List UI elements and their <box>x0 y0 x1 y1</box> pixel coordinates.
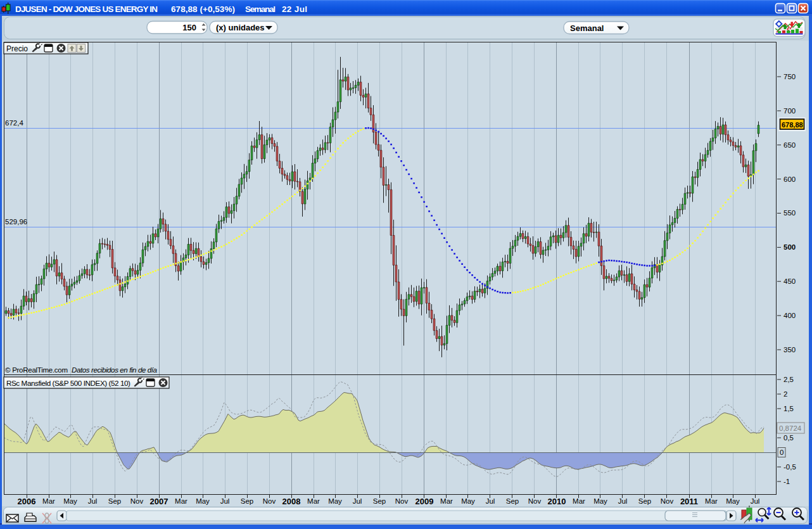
svg-text:2011: 2011 <box>680 497 698 506</box>
svg-text:Mar: Mar <box>573 497 585 505</box>
svg-text:0,5: 0,5 <box>783 434 794 442</box>
svg-text:Mar: Mar <box>440 497 453 505</box>
svg-text:550: 550 <box>783 209 796 217</box>
svg-text:May: May <box>196 497 210 505</box>
svg-text:672,4: 672,4 <box>5 119 23 127</box>
svg-text:2009: 2009 <box>416 497 434 506</box>
svg-text:DJUSEN - DOW JONES US ENERGY I: DJUSEN - DOW JONES US ENERGY IN <box>15 4 158 14</box>
svg-text:750: 750 <box>783 73 796 80</box>
svg-text:Jul: Jul <box>220 497 230 505</box>
svg-text:529,96: 529,96 <box>5 218 27 226</box>
svg-text:May: May <box>726 497 740 505</box>
svg-text:RSc Mansfield (S&P 500 INDEX): RSc Mansfield (S&P 500 INDEX) (52 10) <box>6 379 130 387</box>
svg-text:Sep: Sep <box>108 497 121 505</box>
svg-text:Jul: Jul <box>88 497 98 505</box>
svg-text:678,88 (+0,53%): 678,88 (+0,53%) <box>171 4 235 14</box>
svg-text:(x) unidades: (x) unidades <box>216 23 265 32</box>
svg-text:Sep: Sep <box>241 497 253 505</box>
svg-text:Jul: Jul <box>353 497 362 505</box>
svg-text:-1: -1 <box>783 478 790 485</box>
svg-text:May: May <box>461 497 475 505</box>
svg-text:650: 650 <box>783 141 796 149</box>
svg-text:Nov: Nov <box>528 497 542 505</box>
svg-text:2007: 2007 <box>150 497 168 506</box>
svg-text:678,88: 678,88 <box>782 121 803 129</box>
svg-text:Mar: Mar <box>307 497 320 505</box>
svg-text:500: 500 <box>783 243 796 251</box>
svg-text:600: 600 <box>783 175 796 183</box>
svg-text:Nov: Nov <box>263 497 276 505</box>
svg-text:Sep: Sep <box>638 497 651 505</box>
svg-text:© ProRealTime.com: © ProRealTime.com <box>5 366 68 374</box>
svg-text:1,5: 1,5 <box>783 405 794 412</box>
svg-text:2010: 2010 <box>548 497 566 506</box>
svg-text:2006: 2006 <box>18 497 36 506</box>
svg-text:2,5: 2,5 <box>783 376 794 383</box>
svg-text:Semanal: Semanal <box>570 23 604 33</box>
svg-text:150: 150 <box>182 23 196 32</box>
svg-text:Jul: Jul <box>751 497 760 505</box>
svg-text:0: 0 <box>780 449 783 456</box>
svg-text:2: 2 <box>783 390 787 398</box>
svg-text:Mar: Mar <box>42 497 55 505</box>
svg-text:May: May <box>328 497 342 505</box>
svg-text:Jul: Jul <box>486 497 495 505</box>
svg-text:Sep: Sep <box>373 497 386 505</box>
svg-text:350: 350 <box>783 346 796 354</box>
svg-text:450: 450 <box>783 277 796 285</box>
svg-text:0,8724: 0,8724 <box>779 424 802 432</box>
svg-text:700: 700 <box>783 107 796 115</box>
svg-text:Sep: Sep <box>506 497 519 505</box>
svg-text:400: 400 <box>783 312 796 319</box>
svg-text:Nov: Nov <box>130 497 144 505</box>
svg-text:Nov: Nov <box>661 497 674 505</box>
svg-text:May: May <box>63 497 77 505</box>
svg-text:Precio: Precio <box>6 44 28 53</box>
svg-text:Mar: Mar <box>175 497 187 505</box>
svg-text:Nov: Nov <box>395 497 409 505</box>
svg-text:Jul: Jul <box>618 497 628 505</box>
svg-text:May: May <box>593 497 607 505</box>
svg-text:22 Jul: 22 Jul <box>282 4 307 14</box>
svg-text:Mar: Mar <box>705 497 718 505</box>
svg-text:Datos recibidos en fin de día: Datos recibidos en fin de día <box>72 366 157 374</box>
svg-text:Semanal: Semanal <box>245 4 276 14</box>
svg-text:-0,5: -0,5 <box>783 463 796 471</box>
svg-text:2008: 2008 <box>282 497 301 506</box>
